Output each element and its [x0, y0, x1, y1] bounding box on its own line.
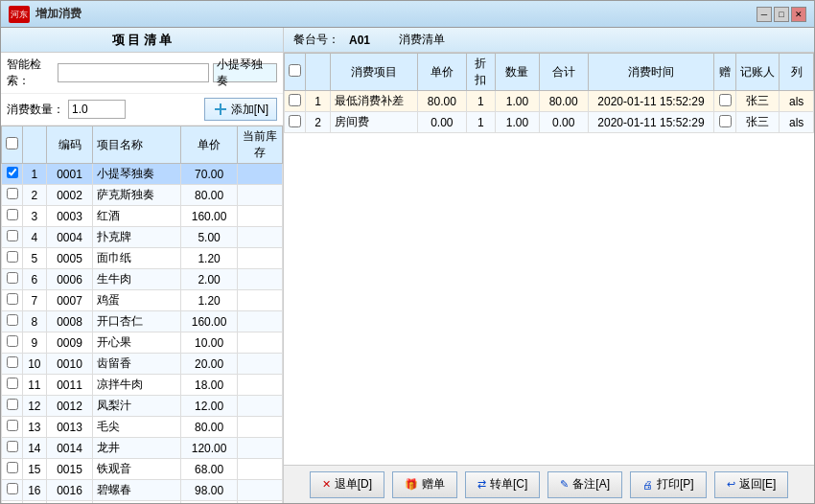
row-checkbox[interactable]	[7, 462, 18, 473]
print-button[interactable]: 🖨 打印[P]	[630, 471, 707, 498]
note-button[interactable]: ✎ 备注[A]	[547, 471, 622, 498]
table-row[interactable]: 4 0004 扑克牌 5.00	[2, 227, 283, 248]
row-code: 0003	[46, 206, 93, 227]
table-row[interactable]: 3 0003 红酒 160.00	[2, 206, 283, 227]
right-table-container[interactable]: 消费项目 单价 折扣 数量 合计 消费时间 赠 记账人 列	[284, 53, 814, 465]
row-checkbox[interactable]	[7, 188, 18, 199]
refund-button[interactable]: ✕ 退单[D]	[310, 471, 384, 498]
rh-time: 消费时间	[588, 54, 714, 91]
close-button[interactable]: ✕	[791, 7, 806, 22]
row-num: 9	[23, 332, 47, 354]
consume-accountant: 张三	[735, 91, 780, 112]
consume-total: 0.00	[539, 112, 588, 133]
table-row[interactable]: 6 0006 生牛肉 2.00	[2, 269, 283, 290]
gift-icon: 🎁	[405, 478, 418, 491]
row-code: 0014	[46, 438, 93, 459]
row-price: 160.00	[181, 311, 238, 332]
row-name: 鸡蛋	[93, 290, 181, 311]
row-name: 毛尖	[93, 417, 181, 438]
table-row[interactable]: 2 0002 萨克斯独奏 80.00	[2, 185, 283, 206]
table-row[interactable]: 16 0016 碧螺春 98.00	[2, 480, 283, 501]
table-row[interactable]: 9 0009 开心果 10.00	[2, 332, 283, 354]
table-row[interactable]: 5 0005 面巾纸 1.20	[2, 248, 283, 269]
table-row[interactable]: 15 0015 铁观音 68.00	[2, 459, 283, 480]
row-num: 17	[23, 501, 47, 504]
row-num: 4	[23, 227, 47, 248]
table-row[interactable]: 10 0010 齿留香 20.00	[2, 354, 283, 375]
row-stock	[237, 248, 282, 269]
row-checkbox[interactable]	[7, 209, 18, 220]
row-checkbox[interactable]	[7, 335, 18, 347]
add-button[interactable]: 添加[N]	[204, 98, 277, 121]
row-name: 开心果	[93, 332, 181, 354]
maximize-button[interactable]: □	[774, 7, 789, 22]
row-code: 0013	[46, 417, 93, 438]
row-checkbox[interactable]	[7, 314, 18, 326]
row-checkbox[interactable]	[7, 399, 18, 410]
row-price: 18.00	[181, 375, 238, 396]
gift-checkbox[interactable]	[719, 115, 732, 127]
qty-label: 消费数量：	[7, 102, 64, 118]
row-checkbox[interactable]	[7, 356, 18, 368]
row-num: 11	[23, 375, 47, 396]
transfer-button[interactable]: ⇄ 转单[C]	[465, 471, 540, 498]
table-row[interactable]: 12 0012 凤梨汁 12.00	[2, 396, 283, 417]
row-price: 2.00	[181, 269, 238, 290]
search-input[interactable]	[58, 63, 209, 82]
select-all-checkbox[interactable]	[6, 137, 18, 149]
add-icon	[213, 102, 228, 117]
row-name: 蓝山咖啡	[93, 501, 181, 504]
rh-check	[285, 54, 306, 91]
row-checkbox[interactable]	[7, 441, 18, 452]
row-stock	[237, 206, 282, 227]
row-price: 1.20	[181, 248, 238, 269]
return-button[interactable]: ↩ 返回[E]	[714, 471, 789, 498]
row-stock	[237, 375, 282, 396]
row-code: 0015	[46, 459, 93, 480]
rh-gift: 赠	[714, 54, 735, 91]
row-checkbox[interactable]	[7, 272, 18, 284]
row-checkbox[interactable]	[7, 167, 18, 178]
col-header-price: 单价	[181, 126, 238, 164]
consume-row[interactable]: 2 房间费 0.00 1 1.00 0.00 2020-01-11 15:52:…	[285, 112, 814, 133]
row-num: 1	[23, 164, 47, 185]
gift-button[interactable]: 🎁 赠单	[392, 471, 457, 498]
row-checkbox[interactable]	[7, 251, 18, 263]
minimize-button[interactable]: ─	[757, 7, 772, 22]
row-stock	[237, 417, 282, 438]
qty-input[interactable]	[68, 100, 126, 119]
col-header-check	[2, 126, 23, 164]
consume-checkbox[interactable]	[289, 94, 301, 106]
right-panel: 餐台号： A01 消费清单 消费项目 单价 折扣	[284, 28, 814, 503]
row-stock	[237, 227, 282, 248]
row-price: 98.00	[181, 480, 238, 501]
row-stock	[237, 164, 282, 185]
col-header-code: 编码	[46, 126, 93, 164]
window-controls: ─ □ ✕	[757, 7, 806, 22]
table-row[interactable]: 17 0017 蓝山咖啡 30.00	[2, 501, 283, 504]
row-checkbox[interactable]	[7, 420, 18, 431]
right-select-all[interactable]	[289, 64, 301, 77]
row-checkbox[interactable]	[7, 483, 18, 494]
gift-label: 赠单	[422, 476, 445, 493]
left-table-container[interactable]: 编码 项目名称 单价 当前库存 1 0001 小提琴独奏 70.00 2 000…	[1, 126, 283, 503]
table-row[interactable]: 8 0008 开口杏仁 160.00	[2, 311, 283, 332]
table-row[interactable]: 11 0011 凉拌牛肉 18.00	[2, 375, 283, 396]
table-row[interactable]: 14 0014 龙井 120.00	[2, 438, 283, 459]
main-window: 河东 增加消费 ─ □ ✕ 项 目 清 单 智能检索： 小提琴独奏 消费数量：	[0, 0, 815, 504]
table-row[interactable]: 1 0001 小提琴独奏 70.00	[2, 164, 283, 185]
row-stock	[237, 354, 282, 375]
consume-row[interactable]: 1 最低消费补差 80.00 1 1.00 80.00 2020-01-11 1…	[285, 91, 814, 112]
consume-num: 1	[306, 91, 330, 112]
row-code: 0012	[46, 396, 93, 417]
row-name: 生牛肉	[93, 269, 181, 290]
refund-icon: ✕	[322, 478, 331, 491]
table-row[interactable]: 7 0007 鸡蛋 1.20	[2, 290, 283, 311]
row-stock	[237, 332, 282, 354]
consume-checkbox[interactable]	[289, 115, 301, 127]
gift-checkbox[interactable]	[719, 94, 732, 106]
table-row[interactable]: 13 0013 毛尖 80.00	[2, 417, 283, 438]
row-checkbox[interactable]	[7, 293, 18, 305]
row-checkbox[interactable]	[7, 230, 18, 241]
row-checkbox[interactable]	[7, 378, 18, 389]
